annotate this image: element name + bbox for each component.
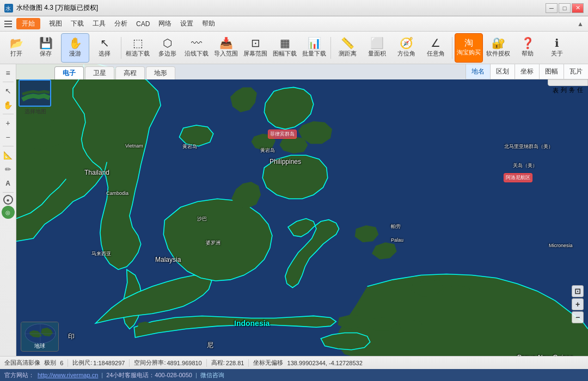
roam-icon: ✋ [69, 38, 82, 48]
tab-satellite[interactable]: 卫星 [85, 66, 114, 79]
save-label: 保存 [40, 50, 52, 58]
sidebar-zoom-in-button[interactable]: + [2, 116, 15, 130]
toolbar-save-button[interactable]: 💾 保存 [32, 33, 60, 63]
screen-extent-button[interactable]: ⊡ [572, 285, 584, 297]
globe-minimap[interactable]: 地球 [21, 322, 59, 352]
minimize-button[interactable]: ─ [546, 3, 558, 13]
toolbar-measure-area-button[interactable]: ⬜ 量面积 [363, 33, 391, 63]
sidebar-layers-button[interactable]: ≡ [2, 66, 15, 79]
measure-distance-label: 测距离 [339, 50, 357, 58]
toolbar-taobao-button[interactable]: 淘 淘宝购买 [455, 33, 483, 63]
tile-download-icon: ▦ [280, 38, 290, 48]
toolbar-line-download-button[interactable]: 〰 沿线下载 [182, 33, 211, 63]
sidebar-zoom-out-button[interactable]: − [2, 131, 15, 144]
menu-item-help[interactable]: 帮助 [198, 17, 219, 30]
map-thumbnail[interactable] [19, 79, 51, 107]
expand-button[interactable]: ▲ [575, 19, 586, 29]
toolbar-screen-range-button[interactable]: ⊡ 屏幕范围 [241, 33, 270, 63]
map-selector[interactable]: 选择地图 [19, 79, 52, 115]
open-icon: 📂 [10, 38, 23, 48]
bearing-label: 方位角 [397, 50, 415, 58]
menu-item-download[interactable]: 下载 [66, 17, 88, 30]
map-container[interactable]: 选择地图 电子 卫星 高程 地形 地名 区划 坐标 图幅 瓦片 任务列表 Tha… [16, 64, 588, 356]
elevation-item: 高程: 228.81 [211, 359, 244, 367]
tr-tab-tile[interactable]: 瓦片 [564, 64, 588, 79]
toolbar-frame-download-button[interactable]: ⬚ 框选下载 [124, 33, 152, 63]
coord-item: 坐标无偏移 138.99902344, -4.12728532 [253, 359, 362, 367]
main-area: ≡ ↖ ✋ + − 📐 ✏ A ● ◎ [0, 64, 588, 356]
measure-distance-icon: 📏 [341, 38, 354, 48]
status-sep-3 [206, 359, 207, 367]
toolbar-auth-button[interactable]: 🔐 软件授权 [484, 33, 512, 63]
menu-item-tools[interactable]: 工具 [88, 17, 110, 30]
status-sep-4 [248, 359, 249, 367]
bearing-icon: 🧭 [400, 38, 413, 48]
toolbar-free-angle-button[interactable]: ∠ 任意角 [421, 33, 450, 63]
tab-elevation[interactable]: 高程 [115, 66, 145, 79]
polygon-label: 多边形 [158, 50, 176, 58]
frame-download-icon: ⬚ [133, 38, 143, 48]
sidebar-circle-button[interactable]: ● [3, 195, 13, 205]
sidebar-divider-1 [3, 82, 14, 82]
tr-tab-coordinate[interactable]: 坐标 [514, 64, 539, 79]
toolbar-bearing-button[interactable]: 🧭 方位角 [392, 33, 420, 63]
menu-item-analysis[interactable]: 分析 [110, 17, 132, 30]
toolbar-select-button[interactable]: ↖ 选择 [90, 33, 119, 63]
tr-tab-mapsheet[interactable]: 图幅 [539, 64, 564, 79]
close-button[interactable]: ✕ [572, 3, 584, 13]
sidebar-gps-button[interactable]: ◎ [2, 206, 15, 219]
measure-area-label: 量面积 [368, 50, 386, 58]
open-label: 打开 [10, 50, 22, 58]
taobao-label: 淘宝购买 [457, 48, 481, 57]
statusbar: 全国高清影像 极别 6 比例尺: 1:18489297 空间分辨率: 4891.… [0, 356, 588, 369]
toolbar-roam-button[interactable]: ✋ 漫游 [61, 33, 89, 63]
spatial-item: 空间分辨率: 4891.969810 [134, 359, 201, 367]
toolbar-about-button[interactable]: ℹ 关于 [543, 33, 571, 63]
menu-item-cad[interactable]: CAD [132, 19, 154, 29]
sidebar-pointer-button[interactable]: ↖ [2, 84, 15, 97]
level-label: 全国高清影像 极别 6 [4, 359, 63, 367]
select-icon: ↖ [100, 38, 109, 48]
toolbar-batch-download-button[interactable]: 📊 批量下载 [300, 33, 328, 63]
select-label: 选择 [99, 50, 111, 58]
wechat-label[interactable]: 微信咨询 [200, 371, 224, 379]
sidebar-measure-button[interactable]: 📐 [2, 149, 15, 162]
tr-tab-placename[interactable]: 地名 [465, 64, 490, 79]
sidebar-label-button[interactable]: A [2, 177, 15, 190]
toolbar-tile-download-button[interactable]: ▦ 图幅下载 [271, 33, 299, 63]
toolbar-measure-distance-button[interactable]: 📏 测距离 [333, 33, 362, 63]
svg-text:水: 水 [5, 5, 11, 11]
import-range-icon: 📥 [219, 38, 233, 48]
hamburger-menu[interactable] [2, 18, 14, 30]
start-button[interactable]: 开始 [16, 18, 40, 29]
toolbar-polygon-button[interactable]: ⬡ 多边形 [153, 33, 181, 63]
menu-item-view[interactable]: 视图 [45, 17, 66, 30]
maximize-button[interactable]: □ [559, 3, 571, 13]
task-list-button[interactable]: 任务列表 [548, 79, 588, 86]
zoom-out-button[interactable]: − [572, 311, 584, 323]
tab-terrain[interactable]: 地形 [146, 66, 175, 79]
map-selector-label: 选择地图 [19, 108, 52, 115]
globe-label: 地球 [34, 342, 45, 350]
frame-download-label: 框选下载 [126, 50, 150, 58]
toolbar-separator-2 [330, 37, 331, 59]
batch-download-label: 批量下载 [302, 50, 326, 58]
free-angle-label: 任意角 [427, 50, 445, 58]
toolbar-import-range-button[interactable]: 📥 导入范围 [212, 33, 240, 63]
sidebar-pan-button[interactable]: ✋ [2, 99, 15, 112]
tab-electronic[interactable]: 电子 [54, 66, 84, 79]
toolbar-separator-3 [452, 37, 452, 59]
toolbar-help-button[interactable]: ❓ 帮助 [513, 33, 542, 63]
measure-area-icon: ⬜ [370, 38, 384, 48]
sidebar-draw-button[interactable]: ✏ [2, 163, 15, 176]
taobao-icon: 淘 [464, 39, 473, 47]
toolbar-open-button[interactable]: 📂 打开 [2, 33, 30, 63]
website-link[interactable]: http://www.rivermap.cn [38, 372, 98, 378]
zoom-in-button[interactable]: + [572, 298, 584, 310]
sidebar-divider-4 [3, 192, 14, 193]
menu-item-network[interactable]: 网络 [154, 17, 176, 30]
status-sep-2 [129, 359, 130, 367]
line-download-label: 沿线下载 [185, 50, 209, 58]
menu-item-settings[interactable]: 设置 [176, 17, 198, 30]
tr-tab-division[interactable]: 区划 [490, 64, 514, 79]
